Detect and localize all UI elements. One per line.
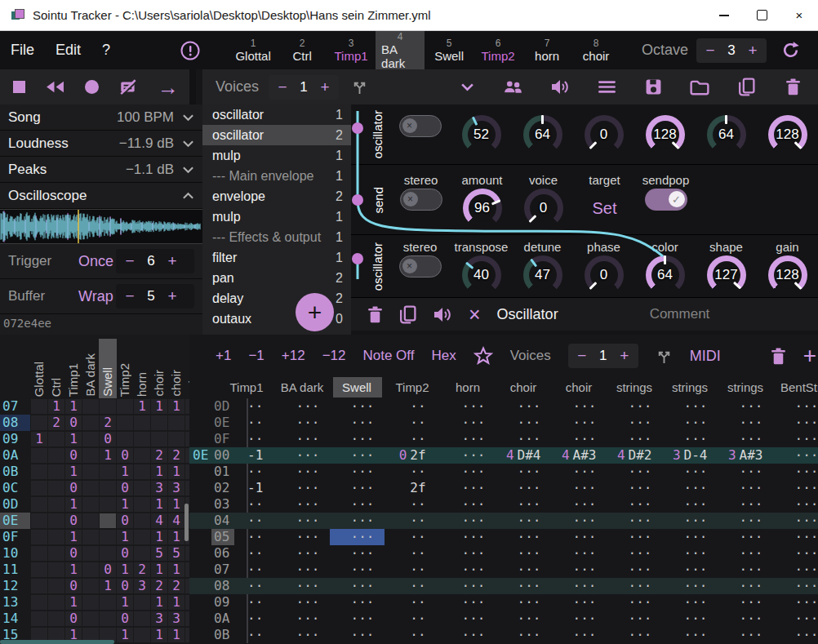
- order-cell[interactable]: 1: [65, 530, 82, 544]
- instrument-voices-icon[interactable]: [500, 73, 527, 101]
- pattern-cell[interactable]: ···: [329, 431, 385, 447]
- order-cell[interactable]: 0: [117, 481, 133, 495]
- pattern-cell[interactable]: ···: [440, 496, 496, 513]
- track-tab-ba-dark[interactable]: 4BA dark: [376, 31, 425, 69]
- pattern-cell[interactable]: ···: [607, 480, 662, 496]
- pattern-row-number[interactable]: 0B: [214, 627, 235, 643]
- pattern-cell[interactable]: ···: [274, 415, 330, 431]
- record-icon[interactable]: [85, 80, 99, 94]
- order-cell[interactable]: [48, 497, 64, 512]
- hex-toggle-button[interactable]: Hex: [431, 348, 456, 364]
- pattern-cell[interactable]: ···: [607, 611, 662, 627]
- order-cell[interactable]: [100, 464, 116, 479]
- order-cell[interactable]: [48, 611, 64, 626]
- order-row-number[interactable]: 0C: [2, 480, 30, 496]
- pattern-cell[interactable]: ··: [385, 627, 440, 643]
- pattern-cell[interactable]: ···: [496, 496, 551, 513]
- order-cell[interactable]: 1: [65, 464, 82, 479]
- pattern-cell[interactable]: ···: [274, 594, 330, 611]
- order-cell[interactable]: 0: [117, 513, 133, 528]
- pattern-cell[interactable]: ···: [718, 562, 773, 578]
- pattern-cell[interactable]: ···: [551, 627, 607, 643]
- order-cell[interactable]: 0: [65, 546, 82, 561]
- pattern-cell[interactable]: ···: [440, 611, 496, 627]
- transpose-plus1-button[interactable]: +1: [216, 348, 231, 364]
- order-cell[interactable]: [134, 432, 150, 446]
- gain-knob[interactable]: 128: [768, 255, 807, 295]
- pattern-cell[interactable]: ···: [718, 464, 773, 480]
- order-cell[interactable]: 0: [65, 448, 82, 463]
- order-cell[interactable]: [134, 530, 150, 544]
- order-cell[interactable]: 3: [151, 481, 167, 495]
- pattern-cell[interactable]: ···: [496, 627, 551, 643]
- pattern-cell[interactable]: ···: [440, 627, 496, 643]
- pattern-cell[interactable]: ··: [247, 431, 274, 447]
- param-knob[interactable]: 0: [585, 115, 624, 154]
- order-cell[interactable]: 1: [151, 595, 167, 610]
- order-cell[interactable]: 1: [151, 464, 167, 479]
- order-cell[interactable]: 1: [151, 399, 167, 414]
- pattern-cell[interactable]: ··: [385, 611, 440, 627]
- pattern-cell[interactable]: ···: [440, 464, 496, 480]
- pattern-cell[interactable]: ···: [329, 480, 385, 496]
- pattern-cell[interactable]: ···: [773, 594, 818, 611]
- pattern-cell[interactable]: ···: [773, 513, 818, 529]
- order-row-number[interactable]: 0F: [2, 529, 30, 545]
- order-column-header-timp2[interactable]: Timp2: [117, 338, 133, 397]
- pattern-cell[interactable]: ···: [440, 594, 496, 611]
- order-cell[interactable]: [100, 611, 116, 626]
- pattern-row-number[interactable]: 05: [214, 529, 235, 545]
- pattern-row-number[interactable]: 04: [214, 513, 235, 529]
- pattern-cell[interactable]: ···: [329, 611, 385, 627]
- order-cell[interactable]: [134, 546, 150, 561]
- order-column-header-choir[interactable]: choir: [151, 338, 167, 397]
- voices-minus-button[interactable]: −: [272, 78, 293, 96]
- track-tab-horn[interactable]: 7horn: [522, 31, 571, 69]
- pattern-cell[interactable]: ··: [247, 627, 274, 643]
- order-cell[interactable]: [31, 611, 47, 626]
- order-cell[interactable]: 1: [117, 530, 133, 544]
- menu-edit[interactable]: Edit: [45, 42, 91, 59]
- track-tab-swell[interactable]: 5Swell: [425, 31, 473, 69]
- order-cell[interactable]: 0: [65, 481, 82, 495]
- order-cell[interactable]: [48, 530, 64, 544]
- save-icon[interactable]: [639, 73, 667, 101]
- close-button[interactable]: ×: [780, 0, 818, 30]
- chevron-down-icon[interactable]: [453, 73, 481, 101]
- order-cell[interactable]: [31, 464, 47, 479]
- order-cell[interactable]: 1: [117, 464, 133, 479]
- pattern-cell[interactable]: ··: [385, 415, 440, 431]
- menu-lines-icon[interactable]: [593, 73, 620, 101]
- color-knob[interactable]: 64: [646, 255, 685, 295]
- pattern-cell[interactable]: ···: [662, 594, 718, 611]
- order-cell[interactable]: [82, 448, 99, 463]
- pattern-cell[interactable]: ···: [440, 447, 496, 464]
- split-track-icon[interactable]: [656, 348, 673, 365]
- open-folder-icon[interactable]: [686, 73, 714, 101]
- order-cell[interactable]: [31, 415, 47, 430]
- order-cell[interactable]: 1: [168, 399, 184, 414]
- octave-plus-button[interactable]: +: [742, 42, 763, 60]
- pattern-cell[interactable]: ···: [440, 431, 496, 447]
- order-cell[interactable]: [48, 464, 64, 479]
- pattern-cell[interactable]: ···: [274, 529, 330, 545]
- stop-icon[interactable]: [13, 81, 25, 93]
- pattern-cell[interactable]: ···: [274, 611, 330, 627]
- order-cell[interactable]: [48, 448, 64, 463]
- pattern-cell[interactable]: ··: [247, 611, 274, 627]
- pattern-cell[interactable]: ···: [496, 594, 551, 611]
- trigger-plus-button[interactable]: +: [162, 252, 183, 270]
- unit-list-item[interactable]: mulp1: [202, 207, 351, 227]
- order-cell[interactable]: 1: [168, 464, 184, 479]
- pattern-cell[interactable]: ··: [247, 513, 274, 529]
- pattern-cell[interactable]: ···: [773, 611, 818, 627]
- order-cell[interactable]: 1: [151, 497, 167, 512]
- pattern-cell[interactable]: ···: [662, 415, 718, 431]
- pattern-cell[interactable]: ···: [551, 480, 607, 496]
- order-cell[interactable]: [134, 448, 150, 463]
- order-cell[interactable]: [134, 611, 150, 626]
- pattern-cell[interactable]: ···: [607, 398, 662, 415]
- pattern-cell[interactable]: ··: [247, 529, 274, 545]
- pattern-cell[interactable]: ···: [718, 431, 773, 447]
- order-cell[interactable]: 0: [117, 546, 133, 561]
